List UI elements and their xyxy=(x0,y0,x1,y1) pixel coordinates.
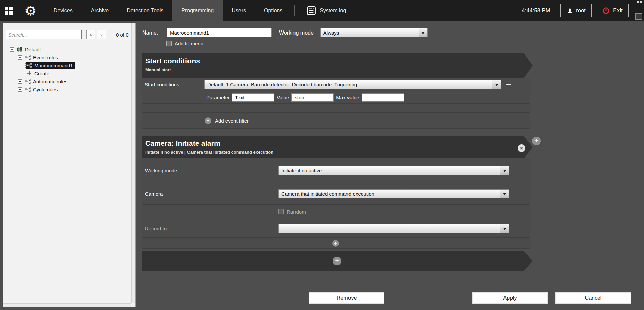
menu-item-system-log[interactable]: System log xyxy=(298,0,355,21)
max-value-label: Max value xyxy=(336,95,359,100)
window-controls[interactable] xyxy=(637,1,642,3)
tree-item-default[interactable]: − Default xyxy=(3,45,135,53)
value-label: Value xyxy=(277,95,289,100)
add-subaction-button[interactable]: + xyxy=(332,240,339,247)
collapse-filter-row: − xyxy=(142,104,530,113)
menu-item-programming[interactable]: Programming xyxy=(172,0,223,21)
tree-item-macrocommand1[interactable]: Macrocommand1 xyxy=(3,61,135,69)
search-next-button[interactable]: ∨ xyxy=(97,30,106,39)
action-working-mode-label: Working mode xyxy=(142,168,278,173)
dropdown-arrow-icon[interactable] xyxy=(419,28,427,37)
tree-item-create[interactable]: Create... xyxy=(3,69,135,77)
topbar-right: 4:44:58 PM root Exit xyxy=(516,0,644,21)
record-to-select[interactable] xyxy=(278,224,509,233)
exit-button[interactable]: Exit xyxy=(596,4,629,17)
value-input[interactable] xyxy=(291,93,334,102)
tree-item-automatic-rules[interactable]: + Automatic rules xyxy=(3,77,135,85)
record-to-row: Record to: xyxy=(142,219,530,238)
tree-item-label: Macrocommand1 xyxy=(34,63,73,68)
condition-parameters-row: Parameter Value Max value xyxy=(142,91,530,104)
tree-expander-icon[interactable]: − xyxy=(10,47,14,52)
rule-icon xyxy=(25,87,31,92)
settings-gear-icon[interactable]: ⚙ xyxy=(24,1,37,20)
action-header: Camera: Initiate alarm Initiate if no ac… xyxy=(142,136,533,158)
clock-display: 4:44:58 PM xyxy=(516,4,556,17)
name-row: Name: Working mode Always xyxy=(142,28,428,37)
search-match-counter: 0 of 0 xyxy=(116,32,129,38)
menu-item-users[interactable]: Users xyxy=(223,0,255,21)
menu-item-detection-tools[interactable]: Detection Tools xyxy=(118,0,172,21)
remove-button[interactable]: Remove xyxy=(309,292,384,304)
editor-buttons: Remove Apply Cancel xyxy=(142,292,644,304)
add-to-menu-checkbox[interactable] xyxy=(166,41,172,46)
action-subtitle: Initiate if no active | Camera that init… xyxy=(145,150,533,155)
add-green-icon xyxy=(26,71,32,76)
camera-value: Camera that initiated command execution xyxy=(279,190,500,198)
rules-tree-panel: ∧ ∨ 0 of 0 − Default − xyxy=(3,23,136,307)
dropdown-arrow-icon[interactable] xyxy=(500,190,509,198)
action-working-mode-row: Working mode Initiate if no active xyxy=(142,158,530,183)
add-event-filter-label[interactable]: Add event filter xyxy=(215,118,249,124)
remove-action-button[interactable]: ✕ xyxy=(518,144,525,152)
action-working-mode-select[interactable]: Initiate if no active xyxy=(278,166,509,175)
record-to-label: Record to: xyxy=(142,226,278,231)
user-icon xyxy=(567,8,573,14)
tree-item-cycle-rules[interactable]: + Cycle rules xyxy=(3,85,135,94)
collapse-filter-button[interactable]: − xyxy=(343,105,347,111)
menu-item-options[interactable]: Options xyxy=(255,0,291,21)
dropdown-arrow-icon[interactable] xyxy=(500,224,509,233)
random-label: Random xyxy=(287,209,306,215)
start-condition-select[interactable]: Default: 1.Camera: Barcode detector: Dec… xyxy=(204,80,501,89)
add-to-menu-label: Add to menu xyxy=(175,41,203,46)
tree-item-label: Default xyxy=(24,47,41,52)
user-button[interactable]: root xyxy=(560,4,592,17)
tree-item-label: Event rules xyxy=(33,55,58,60)
camera-label: Camera xyxy=(142,191,278,197)
dropdown-arrow-icon[interactable] xyxy=(500,166,509,175)
menu-item-archive[interactable]: Archive xyxy=(82,0,118,21)
search-input[interactable] xyxy=(6,30,82,39)
camera-select[interactable]: Camera that initiated command execution xyxy=(278,189,509,198)
add-to-menu-row: Add to menu xyxy=(166,41,203,46)
collapse-panel-button[interactable]: − xyxy=(635,13,642,20)
start-conditions-section: Start conditions Default: 1.Camera: Barc… xyxy=(142,78,530,129)
system-log-label: System log xyxy=(320,8,346,14)
tree-expander-icon[interactable]: + xyxy=(18,79,22,84)
start-conditions-header: Start conditions Manual start xyxy=(142,53,533,78)
action-working-mode-value: Initiate if no active xyxy=(279,166,500,175)
cancel-button[interactable]: Cancel xyxy=(555,292,631,304)
menu-item-devices[interactable]: Devices xyxy=(45,0,82,21)
tree-expander-icon[interactable]: + xyxy=(18,87,22,92)
record-to-value xyxy=(279,224,500,233)
rule-icon xyxy=(25,55,31,60)
random-checkbox[interactable] xyxy=(278,209,284,214)
sidebar-vertical-scrollbar[interactable] xyxy=(131,23,135,303)
sidebar-horizontal-scrollbar[interactable] xyxy=(3,303,131,307)
search-prev-button[interactable]: ∧ xyxy=(86,30,95,39)
add-action-banner: + xyxy=(142,251,533,271)
add-action-row-button[interactable]: + xyxy=(333,257,341,265)
parameter-input[interactable] xyxy=(232,93,274,102)
apply-button[interactable]: Apply xyxy=(472,292,548,304)
max-value-input[interactable] xyxy=(362,93,404,102)
tree-expander-icon[interactable]: − xyxy=(18,55,22,60)
add-subaction-row: + xyxy=(142,238,530,249)
exit-label: Exit xyxy=(613,8,623,14)
rule-icon xyxy=(25,79,31,84)
dropdown-arrow-icon[interactable] xyxy=(492,80,501,89)
add-filter-icon[interactable]: + xyxy=(205,117,211,124)
tree-item-event-rules[interactable]: − Event rules xyxy=(3,53,135,61)
add-event-filter-row: + Add event filter xyxy=(142,113,530,129)
tree-search-bar: ∧ ∨ 0 of 0 xyxy=(6,30,132,39)
section-subtitle: Manual start xyxy=(145,67,533,72)
name-input[interactable] xyxy=(167,28,272,37)
remove-condition-button[interactable]: − xyxy=(506,81,511,88)
working-mode-select[interactable]: Always xyxy=(320,28,428,37)
tree-item-label: Automatic rules xyxy=(33,79,68,84)
condition-row: Start conditions Default: 1.Camera: Barc… xyxy=(142,78,530,91)
start-conditions-label: Start conditions xyxy=(142,82,204,87)
add-action-button[interactable]: + xyxy=(532,137,541,145)
start-condition-value: Default: 1.Camera: Barcode detector: Dec… xyxy=(205,80,492,89)
apps-grid-icon[interactable] xyxy=(5,7,13,15)
macrocommand-editor: Name: Working mode Always Add to menu St… xyxy=(142,21,644,310)
